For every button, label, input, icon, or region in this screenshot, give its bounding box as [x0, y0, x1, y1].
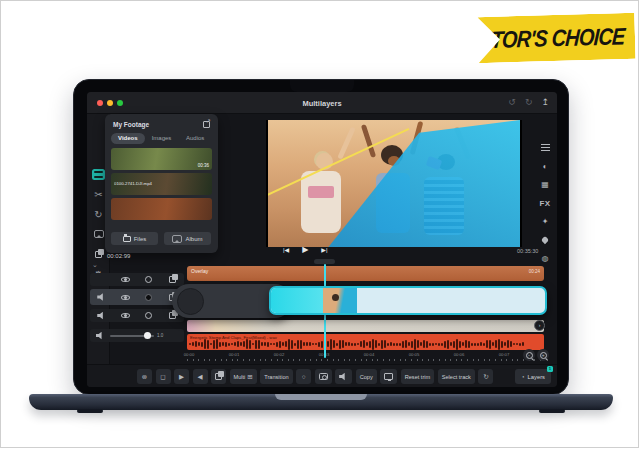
ruler-tick-label: 00:06 — [454, 352, 464, 357]
previous-frame-button[interactable]: |◀ — [283, 246, 289, 253]
keyframe-icon[interactable] — [145, 276, 152, 283]
clip-filename: 0100-2741-DJI.mp4 — [114, 181, 209, 186]
copy-button[interactable]: Copy — [356, 369, 377, 384]
zoom-in-button[interactable]: + — [537, 349, 549, 361]
transition-button[interactable]: Transition — [260, 369, 292, 384]
dragged-video-clip[interactable] — [269, 286, 547, 315]
mute-icon[interactable] — [96, 332, 105, 340]
magnifier-minus-icon: - — [526, 352, 533, 359]
keyframe-icon[interactable] — [145, 294, 152, 301]
camera-icon — [319, 373, 328, 380]
film-icon — [92, 169, 105, 180]
mask-button[interactable]: ○ — [296, 369, 311, 384]
snapshot-button[interactable] — [315, 369, 332, 384]
speaker-icon — [339, 373, 348, 381]
clip-trim-handle[interactable]: › — [534, 320, 545, 331]
redo-icon[interactable]: ↻ — [525, 97, 533, 107]
export-share-icon[interactable]: ↥ — [541, 97, 549, 107]
album-button[interactable]: Album — [164, 232, 211, 245]
fx-button[interactable]: FX — [540, 198, 551, 209]
media-clip-1[interactable]: 00:36 — [111, 148, 212, 170]
laptop-foot — [77, 409, 103, 413]
mute-icon[interactable] — [97, 312, 106, 320]
track-controls-title — [90, 309, 184, 322]
clip-duration: 00:36 — [198, 163, 209, 168]
timeline-ruler[interactable] — [187, 359, 544, 361]
multi-button[interactable]: Multi⊞ — [230, 369, 257, 384]
camera-notch — [290, 80, 354, 92]
files-button[interactable]: Files — [111, 232, 158, 245]
mute-icon[interactable] — [97, 293, 106, 301]
folder-icon — [123, 236, 131, 242]
visibility-icon[interactable] — [121, 313, 130, 318]
tab-images[interactable]: Images — [145, 133, 179, 144]
collapse-timeline-icon[interactable]: ⌄ — [92, 261, 98, 269]
laptop-base — [29, 394, 613, 410]
volume-slider[interactable] — [110, 335, 154, 337]
deselect-button[interactable]: ⊗ — [137, 369, 152, 384]
ruler-tick-label: 00:05 — [409, 352, 419, 357]
title-track[interactable] — [187, 320, 544, 332]
ruler-tick-label: 00:07 — [499, 352, 509, 357]
preview-frame — [268, 120, 520, 247]
adjust-icon[interactable] — [541, 142, 550, 153]
laptop-foot — [539, 409, 565, 413]
mirror-button[interactable] — [380, 369, 397, 384]
bottom-toolbar: ⊗ ◻ ▶ ◀ Multi⊞ Transition ○ Copy Reset t… — [87, 364, 557, 387]
play-button[interactable]: ▶ — [302, 245, 308, 254]
next-frame-button[interactable]: ▶| — [321, 246, 327, 253]
visibility-icon[interactable] — [121, 277, 130, 282]
play-clip-button[interactable]: ▶ — [174, 369, 189, 384]
denoise-drop-icon[interactable] — [542, 235, 548, 246]
drag-knob[interactable] — [177, 288, 204, 315]
monitor-icon — [384, 373, 393, 380]
editors-choice-label: EDITOR'S CHOICE — [460, 22, 626, 54]
media-clip-3[interactable] — [111, 198, 212, 220]
clip-transition-segment — [271, 288, 323, 313]
volume-button[interactable] — [335, 369, 352, 384]
layers-button-icon: ◔ — [521, 374, 525, 380]
magnifier-plus-icon: + — [540, 352, 547, 359]
effects-wand-icon[interactable]: ✦ — [542, 216, 549, 227]
duplicate-button[interactable] — [211, 369, 226, 384]
audio-track[interactable]: Energetic Stomp And Claps_Fest(Mixed) - … — [187, 334, 544, 350]
ruler-tick-label: 00:04 — [364, 352, 374, 357]
keyframe-icon[interactable] — [145, 312, 152, 319]
ruler-tick-label: 00:01 — [229, 352, 239, 357]
media-clip-2[interactable]: 0100-2741-DJI.mp4 — [111, 173, 212, 195]
contrast-icon[interactable]: ◐ — [543, 161, 548, 172]
layers-icon[interactable] — [169, 312, 176, 319]
tab-videos[interactable]: Videos — [111, 133, 145, 144]
audio-waveform — [189, 339, 542, 349]
app-window: Multilayers ↺ ↻ ↥ ‹ ✂ ↻ ⚙ My Footage — [87, 92, 557, 387]
crop-button[interactable]: ◻ — [156, 369, 171, 384]
pop-out-icon[interactable] — [203, 121, 210, 128]
globe-icon[interactable]: ◍ — [542, 253, 549, 264]
rotate-button[interactable]: ↻ — [478, 369, 493, 384]
undo-icon[interactable]: ↺ — [508, 97, 516, 107]
product-image: EDITOR'S CHOICE Multilayers ↺ ↻ ↥ ‹ — [0, 0, 639, 448]
preview-figure — [308, 186, 334, 198]
select-track-button[interactable]: Select track — [438, 369, 475, 384]
preview-figure — [361, 124, 376, 158]
zoom-out-button[interactable]: - — [523, 349, 535, 361]
volume-value: 1.0 — [157, 333, 163, 338]
album-icon — [172, 235, 182, 243]
duplicate-icon — [215, 373, 222, 380]
reset-trim-button[interactable]: Reset trim — [401, 369, 435, 384]
tab-audios[interactable]: Audios — [178, 133, 212, 144]
track-controls-overlay — [90, 273, 184, 286]
grid-icon[interactable]: ▦ — [541, 179, 549, 190]
layers-button[interactable]: ◔ Layers — [515, 369, 551, 384]
video-preview[interactable] — [266, 120, 522, 247]
visibility-icon[interactable] — [121, 295, 130, 300]
right-toolbar: ◐ ▦ FX ✦ ◍ — [536, 142, 554, 264]
media-panel: My Footage Videos Images Audios 00:36 01… — [105, 114, 218, 253]
layers-icon[interactable] — [169, 276, 176, 283]
layers-icon — [95, 251, 102, 258]
volume-knob[interactable] — [144, 332, 151, 339]
track-controls-audio: 1.0 — [90, 329, 184, 342]
reverse-button[interactable]: ◀ — [193, 369, 208, 384]
overlay-track[interactable]: Overlay 00:24 — [187, 266, 544, 281]
window-title: Multilayers — [87, 99, 557, 108]
